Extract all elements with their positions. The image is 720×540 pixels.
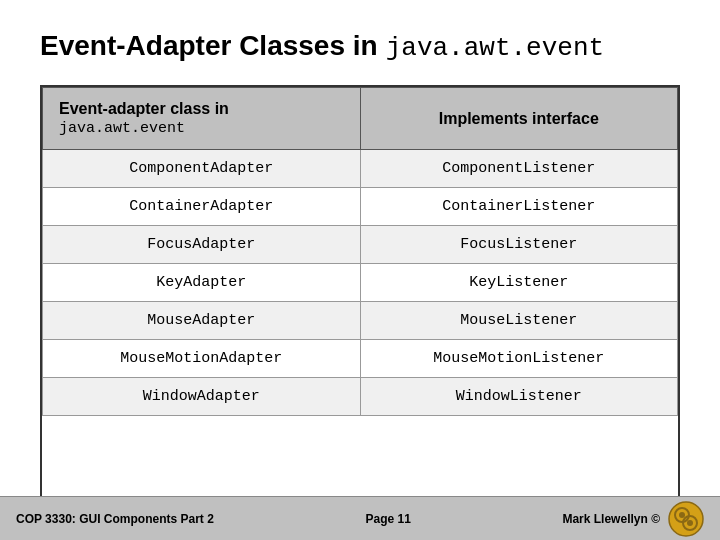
title-text: Event-Adapter Classes in: [40, 30, 378, 62]
adapter-cell: ComponentAdapter: [43, 150, 361, 188]
listener-cell: ComponentListener: [360, 150, 678, 188]
slide-footer: COP 3330: GUI Components Part 2 Page 11 …: [0, 496, 720, 540]
slide: Event-Adapter Classes in java.awt.event …: [0, 0, 720, 540]
adapter-cell: KeyAdapter: [43, 264, 361, 302]
footer-page: Page 11: [365, 512, 410, 526]
col2-header-text: Implements interface: [439, 110, 599, 127]
adapter-cell: ContainerAdapter: [43, 188, 361, 226]
table-row: ContainerAdapterContainerListener: [43, 188, 678, 226]
adapter-cell: FocusAdapter: [43, 226, 361, 264]
listener-cell: MouseMotionListener: [360, 340, 678, 378]
footer-course: COP 3330: GUI Components Part 2: [16, 512, 214, 526]
adapter-cell: WindowAdapter: [43, 378, 361, 416]
logo-icon: [668, 501, 704, 537]
svg-point-4: [687, 520, 693, 526]
listener-cell: FocusListener: [360, 226, 678, 264]
table-row: ComponentAdapterComponentListener: [43, 150, 678, 188]
table-header-row: Event-adapter class in java.awt.event Im…: [43, 88, 678, 150]
listener-cell: ContainerListener: [360, 188, 678, 226]
table-row: KeyAdapterKeyListener: [43, 264, 678, 302]
table-row: MouseMotionAdapterMouseMotionListener: [43, 340, 678, 378]
listener-cell: WindowListener: [360, 378, 678, 416]
adapter-cell: MouseMotionAdapter: [43, 340, 361, 378]
main-table-container: Event-adapter class in java.awt.event Im…: [40, 85, 680, 540]
title-code: java.awt.event: [386, 33, 604, 63]
table-row: FocusAdapterFocusListener: [43, 226, 678, 264]
svg-point-3: [679, 512, 685, 518]
col2-header: Implements interface: [360, 88, 678, 150]
footer-author: Mark Llewellyn ©: [562, 512, 660, 526]
adapter-cell: MouseAdapter: [43, 302, 361, 340]
table-row: WindowAdapterWindowListener: [43, 378, 678, 416]
listener-cell: MouseListener: [360, 302, 678, 340]
event-adapter-table: Event-adapter class in java.awt.event Im…: [42, 87, 678, 416]
table-row: MouseAdapterMouseListener: [43, 302, 678, 340]
col1-header-prefix: Event-adapter class in: [59, 100, 229, 117]
svg-point-0: [669, 502, 703, 536]
col1-header: Event-adapter class in java.awt.event: [43, 88, 361, 150]
col1-header-code: java.awt.event: [59, 120, 185, 137]
slide-title: Event-Adapter Classes in java.awt.event: [40, 30, 680, 63]
listener-cell: KeyListener: [360, 264, 678, 302]
footer-author-section: Mark Llewellyn ©: [562, 501, 704, 537]
